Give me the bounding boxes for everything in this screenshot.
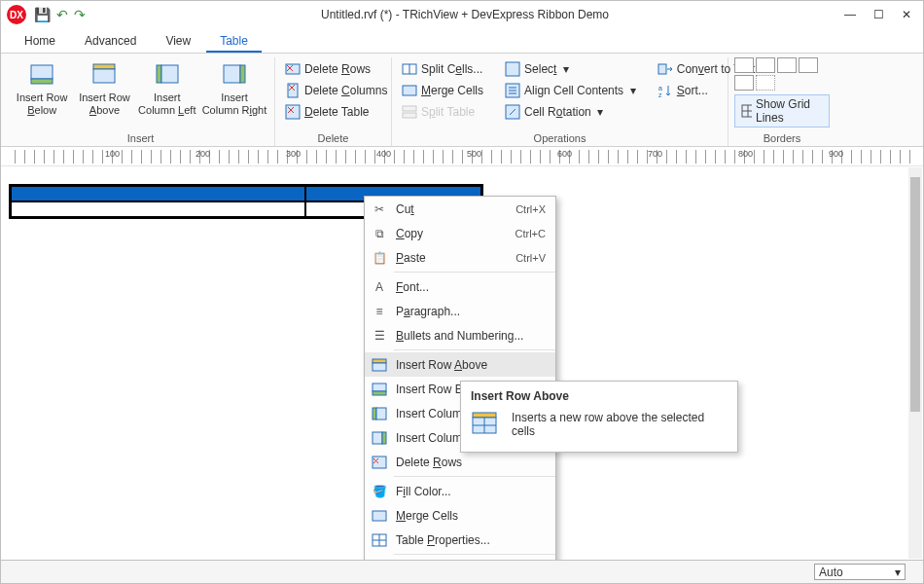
redo-icon[interactable]: ↷ [74, 7, 86, 22]
save-icon[interactable]: 💾 [34, 7, 51, 22]
tab-view[interactable]: View [152, 30, 204, 53]
insert-row-below-button[interactable]: Insert RowBelow [13, 57, 71, 117]
ctx-table-properties[interactable]: Table Properties... [365, 528, 555, 552]
group-borders-label: Borders [734, 130, 830, 144]
paste-icon: 📋 [371, 251, 388, 265]
tab-advanced[interactable]: Advanced [71, 30, 150, 53]
svg-rect-38 [373, 408, 376, 420]
fill-color-icon: 🪣 [371, 485, 388, 498]
maximize-icon[interactable]: ☐ [873, 8, 884, 21]
split-table-button: Split Table [398, 102, 487, 122]
svg-rect-0 [31, 65, 53, 79]
minimize-icon[interactable]: — [844, 8, 856, 21]
ctx-bullets[interactable]: ☰Bullets and Numbering... [365, 323, 555, 347]
ctx-cut[interactable]: ✂CutCtrl+X [365, 197, 555, 221]
horizontal-ruler[interactable]: 100200300 400500600 700800900 [1, 147, 923, 166]
svg-rect-35 [373, 363, 386, 371]
group-insert-label: Insert [13, 130, 268, 144]
svg-rect-19 [403, 86, 416, 95]
svg-rect-41 [382, 432, 386, 444]
insert-col-right-button[interactable]: InsertColumn Right [200, 57, 268, 117]
bullets-icon: ☰ [371, 329, 388, 343]
select-menu[interactable]: Select ▾ [501, 59, 640, 79]
svg-rect-3 [93, 69, 115, 83]
zoom-select[interactable]: Auto▾ [814, 564, 906, 580]
chevron-down-icon: ▾ [895, 566, 901, 579]
svg-rect-2 [93, 64, 115, 69]
group-operations-label: Operations [398, 130, 722, 144]
close-icon[interactable]: ✕ [902, 8, 911, 21]
svg-rect-5 [161, 65, 178, 83]
insert-row-below-icon [371, 383, 388, 396]
tab-home[interactable]: Home [11, 30, 69, 53]
tab-table[interactable]: Table [206, 30, 262, 53]
svg-rect-36 [373, 383, 386, 391]
delete-rows-icon [371, 456, 388, 469]
insert-col-left-button[interactable]: InsertColumn Left [138, 57, 196, 117]
borders-palette[interactable]: Show Grid Lines [734, 57, 830, 128]
align-menu[interactable]: Align Cell Contents ▾ [501, 81, 640, 100]
svg-text:z: z [658, 91, 662, 98]
ctx-paragraph[interactable]: ≡Paragraph... [365, 299, 555, 323]
merge-cells-button[interactable]: Merge Cells [398, 81, 487, 100]
svg-rect-7 [240, 65, 245, 83]
show-grid-lines-button[interactable]: Show Grid Lines [734, 94, 830, 128]
cut-icon: ✂ [371, 202, 388, 216]
svg-rect-22 [506, 62, 519, 76]
tooltip-text: Inserts a new row above the selected cel… [512, 411, 728, 438]
svg-rect-20 [403, 106, 416, 111]
tooltip-icon [471, 411, 500, 436]
rotation-menu[interactable]: Cell Rotation ▾ [501, 102, 640, 122]
svg-rect-4 [157, 65, 161, 83]
insert-row-above-button[interactable]: Insert RowAbove [75, 57, 133, 117]
svg-rect-28 [658, 64, 666, 74]
delete-rows-button[interactable]: Delete Rows [281, 59, 391, 79]
paragraph-icon: ≡ [371, 305, 388, 318]
undo-icon[interactable]: ↶ [56, 7, 68, 22]
table-props-icon [371, 533, 388, 547]
ctx-copy[interactable]: ⧉CopyCtrl+C [365, 221, 555, 245]
font-icon: A [371, 280, 388, 294]
svg-rect-21 [403, 113, 416, 118]
insert-col-right-icon [371, 431, 388, 445]
ctx-merge-cells[interactable]: Merge Cells [365, 503, 555, 528]
tooltip-title: Insert Row Above [471, 389, 728, 403]
group-delete-label: Delete [281, 130, 385, 144]
copy-icon: ⧉ [371, 227, 388, 240]
svg-rect-49 [473, 413, 496, 418]
ctx-paste[interactable]: 📋PasteCtrl+V [365, 245, 555, 270]
ctx-insert-row-above[interactable]: Insert Row Above [365, 352, 555, 377]
svg-rect-6 [224, 65, 240, 83]
insert-col-left-icon [371, 407, 388, 420]
svg-text:a: a [658, 85, 662, 91]
svg-rect-1 [31, 79, 53, 84]
window-title: Untitled.rvf (*) - TRichView + DevExpres… [86, 8, 844, 21]
tooltip: Insert Row Above Inserts a new row above… [460, 381, 738, 453]
split-cells-button[interactable]: Split Cells... [398, 59, 487, 79]
insert-row-above-icon [371, 358, 388, 372]
svg-rect-45 [373, 511, 386, 521]
svg-rect-39 [376, 408, 386, 420]
app-icon: DX [7, 5, 26, 24]
merge-cells-icon [371, 509, 388, 523]
ctx-font[interactable]: AFont... [365, 274, 555, 299]
delete-table-button[interactable]: Delete Table [281, 102, 391, 122]
vertical-scrollbar[interactable] [908, 167, 922, 559]
svg-rect-40 [373, 432, 382, 444]
ctx-delete-rows[interactable]: Delete Rows [365, 450, 555, 474]
svg-rect-37 [373, 391, 386, 395]
delete-columns-button[interactable]: Delete Columns [281, 81, 391, 100]
ctx-fill-color[interactable]: 🪣Fill Color... [365, 479, 555, 503]
svg-rect-34 [373, 359, 386, 363]
